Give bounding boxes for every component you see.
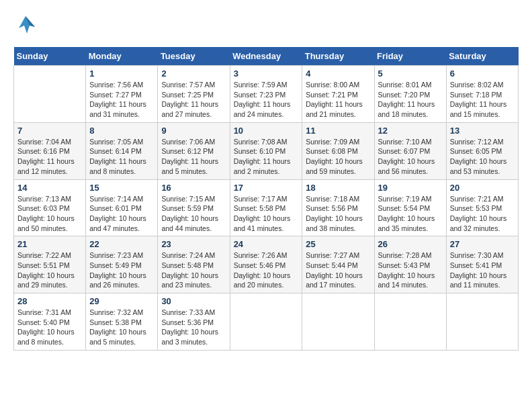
day-number: 14 [17, 183, 82, 193]
day-info: Sunrise: 7:31 AMSunset: 5:40 PMDaylight:… [17, 308, 82, 347]
calendar-cell: 30Sunrise: 7:33 AMSunset: 5:36 PMDayligh… [158, 293, 230, 351]
day-info: Sunrise: 7:06 AMSunset: 6:12 PMDaylight:… [161, 137, 226, 177]
calendar-cell: 27Sunrise: 7:30 AMSunset: 5:41 PMDayligh… [446, 236, 518, 293]
calendar-cell: 10Sunrise: 7:08 AMSunset: 6:10 PMDayligh… [230, 122, 302, 179]
day-info: Sunrise: 7:57 AMSunset: 7:25 PMDaylight:… [161, 80, 226, 120]
day-header-saturday: Saturday [446, 47, 518, 66]
calendar-cell: 7Sunrise: 7:04 AMSunset: 6:16 PMDaylight… [14, 122, 86, 179]
calendar-cell [446, 293, 518, 351]
day-number: 6 [450, 68, 515, 79]
day-info: Sunrise: 7:13 AMSunset: 6:03 PMDaylight:… [17, 194, 82, 234]
day-info: Sunrise: 7:24 AMSunset: 5:48 PMDaylight:… [161, 250, 226, 290]
day-number: 7 [17, 126, 82, 136]
day-info: Sunrise: 7:23 AMSunset: 5:49 PMDaylight:… [89, 250, 154, 290]
calendar-cell: 11Sunrise: 7:09 AMSunset: 6:08 PMDayligh… [302, 122, 374, 179]
header [13, 13, 519, 40]
day-header-tuesday: Tuesday [158, 47, 230, 66]
day-number: 30 [161, 296, 226, 306]
calendar-cell: 16Sunrise: 7:15 AMSunset: 5:59 PMDayligh… [158, 179, 230, 236]
logo [13, 13, 40, 40]
day-info: Sunrise: 7:09 AMSunset: 6:08 PMDaylight:… [306, 137, 370, 177]
day-number: 15 [89, 183, 154, 193]
day-number: 9 [161, 126, 226, 136]
calendar-cell: 25Sunrise: 7:27 AMSunset: 5:44 PMDayligh… [302, 236, 374, 293]
day-info: Sunrise: 7:10 AMSunset: 6:07 PMDaylight:… [378, 137, 443, 177]
calendar-cell: 14Sunrise: 7:13 AMSunset: 6:03 PMDayligh… [14, 179, 86, 236]
calendar-cell: 28Sunrise: 7:31 AMSunset: 5:40 PMDayligh… [14, 293, 86, 351]
day-info: Sunrise: 8:01 AMSunset: 7:20 PMDaylight:… [378, 80, 443, 120]
day-number: 8 [89, 126, 154, 136]
calendar-table: SundayMondayTuesdayWednesdayThursdayFrid… [13, 47, 519, 351]
calendar-cell: 1Sunrise: 7:56 AMSunset: 7:27 PMDaylight… [86, 66, 158, 123]
day-number: 16 [161, 183, 226, 193]
calendar-cell: 2Sunrise: 7:57 AMSunset: 7:25 PMDaylight… [158, 66, 230, 123]
calendar-cell [14, 66, 86, 123]
day-info: Sunrise: 7:05 AMSunset: 6:14 PMDaylight:… [89, 137, 154, 177]
day-number: 1 [89, 68, 154, 79]
day-info: Sunrise: 8:00 AMSunset: 7:21 PMDaylight:… [306, 80, 370, 120]
calendar-cell: 8Sunrise: 7:05 AMSunset: 6:14 PMDaylight… [86, 122, 158, 179]
day-info: Sunrise: 7:56 AMSunset: 7:27 PMDaylight:… [89, 80, 154, 120]
day-info: Sunrise: 7:17 AMSunset: 5:58 PMDaylight:… [234, 194, 299, 234]
calendar-week-1: 7Sunrise: 7:04 AMSunset: 6:16 PMDaylight… [14, 122, 519, 179]
day-number: 18 [306, 183, 370, 193]
calendar-week-4: 28Sunrise: 7:31 AMSunset: 5:40 PMDayligh… [14, 293, 519, 351]
day-info: Sunrise: 7:22 AMSunset: 5:51 PMDaylight:… [17, 250, 82, 290]
calendar-body: 1Sunrise: 7:56 AMSunset: 7:27 PMDaylight… [14, 66, 519, 351]
day-header-thursday: Thursday [302, 47, 374, 66]
day-info: Sunrise: 7:21 AMSunset: 5:53 PMDaylight:… [450, 194, 515, 234]
day-info: Sunrise: 7:19 AMSunset: 5:54 PMDaylight:… [378, 194, 443, 234]
calendar-cell: 6Sunrise: 8:02 AMSunset: 7:18 PMDaylight… [446, 66, 518, 123]
day-info: Sunrise: 7:12 AMSunset: 6:05 PMDaylight:… [450, 137, 515, 177]
calendar-week-3: 21Sunrise: 7:22 AMSunset: 5:51 PMDayligh… [14, 236, 519, 293]
calendar-cell: 12Sunrise: 7:10 AMSunset: 6:07 PMDayligh… [374, 122, 446, 179]
day-number: 2 [161, 68, 226, 79]
day-info: Sunrise: 7:15 AMSunset: 5:59 PMDaylight:… [161, 194, 226, 234]
day-number: 20 [450, 183, 515, 193]
day-number: 21 [17, 239, 82, 249]
day-info: Sunrise: 7:33 AMSunset: 5:36 PMDaylight:… [161, 308, 226, 347]
calendar-cell: 23Sunrise: 7:24 AMSunset: 5:48 PMDayligh… [158, 236, 230, 293]
day-info: Sunrise: 7:18 AMSunset: 5:56 PMDaylight:… [306, 194, 370, 234]
calendar-cell: 13Sunrise: 7:12 AMSunset: 6:05 PMDayligh… [446, 122, 518, 179]
day-number: 12 [378, 126, 443, 136]
calendar-cell: 4Sunrise: 8:00 AMSunset: 7:21 PMDaylight… [302, 66, 374, 123]
calendar-week-2: 14Sunrise: 7:13 AMSunset: 6:03 PMDayligh… [14, 179, 519, 236]
calendar-cell: 17Sunrise: 7:17 AMSunset: 5:58 PMDayligh… [230, 179, 302, 236]
calendar-header-row: SundayMondayTuesdayWednesdayThursdayFrid… [14, 47, 519, 66]
day-number: 29 [89, 296, 154, 306]
calendar-cell: 21Sunrise: 7:22 AMSunset: 5:51 PMDayligh… [14, 236, 86, 293]
day-header-sunday: Sunday [14, 47, 86, 66]
day-header-friday: Friday [374, 47, 446, 66]
calendar-cell: 19Sunrise: 7:19 AMSunset: 5:54 PMDayligh… [374, 179, 446, 236]
day-number: 23 [161, 239, 226, 249]
day-number: 17 [234, 183, 299, 193]
calendar-cell: 20Sunrise: 7:21 AMSunset: 5:53 PMDayligh… [446, 179, 518, 236]
calendar-cell: 3Sunrise: 7:59 AMSunset: 7:23 PMDaylight… [230, 66, 302, 123]
calendar-cell [230, 293, 302, 351]
day-info: Sunrise: 7:26 AMSunset: 5:46 PMDaylight:… [234, 250, 299, 290]
calendar-cell [302, 293, 374, 351]
day-number: 4 [306, 68, 370, 79]
calendar-cell: 29Sunrise: 7:32 AMSunset: 5:38 PMDayligh… [86, 293, 158, 351]
calendar-cell: 24Sunrise: 7:26 AMSunset: 5:46 PMDayligh… [230, 236, 302, 293]
day-info: Sunrise: 7:27 AMSunset: 5:44 PMDaylight:… [306, 250, 370, 290]
day-number: 11 [306, 126, 370, 136]
calendar-cell: 22Sunrise: 7:23 AMSunset: 5:49 PMDayligh… [86, 236, 158, 293]
day-info: Sunrise: 7:04 AMSunset: 6:16 PMDaylight:… [17, 137, 82, 177]
day-number: 27 [450, 239, 515, 249]
day-number: 13 [450, 126, 515, 136]
day-number: 28 [17, 296, 82, 306]
calendar-cell [374, 293, 446, 351]
calendar-cell: 5Sunrise: 8:01 AMSunset: 7:20 PMDaylight… [374, 66, 446, 123]
day-number: 10 [234, 126, 299, 136]
day-info: Sunrise: 7:14 AMSunset: 6:01 PMDaylight:… [89, 194, 154, 234]
day-number: 24 [234, 239, 299, 249]
calendar-cell: 26Sunrise: 7:28 AMSunset: 5:43 PMDayligh… [374, 236, 446, 293]
day-info: Sunrise: 7:59 AMSunset: 7:23 PMDaylight:… [234, 80, 299, 120]
day-header-wednesday: Wednesday [230, 47, 302, 66]
day-info: Sunrise: 8:02 AMSunset: 7:18 PMDaylight:… [450, 80, 515, 120]
day-number: 5 [378, 68, 443, 79]
day-number: 22 [89, 239, 154, 249]
day-header-monday: Monday [86, 47, 158, 66]
